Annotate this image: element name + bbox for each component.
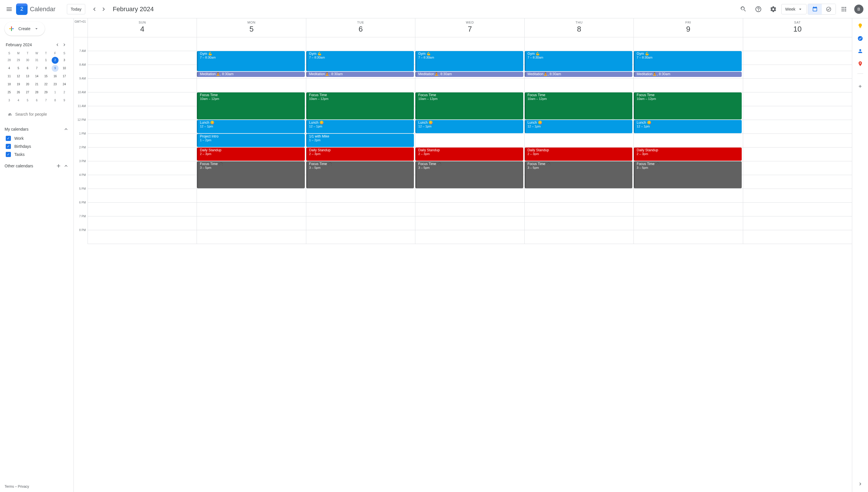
calendar-event[interactable]: Meditation🧘, 8:30am bbox=[634, 72, 741, 77]
calendar-checkbox[interactable] bbox=[6, 152, 11, 157]
mini-day-cell[interactable]: 1 bbox=[43, 57, 49, 64]
calendar-event[interactable]: Focus Time 🎧3 – 5pm bbox=[415, 161, 523, 188]
maps-icon[interactable] bbox=[858, 61, 863, 67]
mini-day-cell[interactable]: 28 bbox=[6, 57, 13, 64]
mini-day-cell[interactable]: 15 bbox=[43, 73, 49, 80]
contacts-icon[interactable] bbox=[858, 48, 863, 54]
mini-day-cell[interactable]: 16 bbox=[52, 73, 58, 80]
calendar-event[interactable]: Daily Standup2 – 3pm bbox=[415, 148, 523, 161]
calendar-event[interactable]: Focus Time 🎧3 – 5pm bbox=[525, 161, 633, 188]
mini-day-cell[interactable]: 24 bbox=[61, 81, 68, 88]
day-column[interactable]: Gym 💪7 – 8:30amMeditation🧘, 8:30amFocus … bbox=[415, 37, 524, 244]
day-column[interactable]: Gym 💪7 – 8:30amMeditation🧘, 8:30amFocus … bbox=[197, 37, 306, 244]
calendar-event[interactable]: Focus Time 🎧3 – 5pm bbox=[634, 161, 741, 188]
calendar-event[interactable]: Meditation🧘, 8:30am bbox=[306, 72, 414, 77]
mini-day-cell[interactable]: 21 bbox=[33, 81, 40, 88]
mini-day-cell[interactable]: 4 bbox=[6, 65, 13, 72]
google-apps-button[interactable] bbox=[837, 2, 851, 16]
calendar-mode-button[interactable] bbox=[808, 4, 822, 14]
day-column[interactable]: Gym 💪7 – 8:30amMeditation🧘, 8:30amFocus … bbox=[634, 37, 743, 244]
mini-day-cell[interactable]: 3 bbox=[6, 97, 13, 104]
day-column[interactable]: Gym 💪7 – 8:30amMeditation🧘, 8:30amFocus … bbox=[524, 37, 634, 244]
mini-day-cell[interactable]: 30 bbox=[24, 57, 31, 64]
calendar-event[interactable]: Focus Time10am – 12pm bbox=[525, 93, 633, 119]
calendar-event[interactable]: Gym 💪7 – 8:30am bbox=[306, 51, 414, 71]
mini-day-cell[interactable]: 19 bbox=[15, 81, 22, 88]
mini-day-cell[interactable]: 7 bbox=[33, 65, 40, 72]
calendar-event[interactable]: Daily Standup2 – 3pm bbox=[197, 148, 304, 161]
mini-day-cell[interactable]: 4 bbox=[15, 97, 22, 104]
mini-day-cell[interactable]: 17 bbox=[61, 73, 68, 80]
keep-icon[interactable] bbox=[858, 23, 863, 29]
calendar-event[interactable]: Gym 💪7 – 8:30am bbox=[634, 51, 741, 71]
calendar-event[interactable]: Lunch 😋12 – 1pm bbox=[634, 120, 741, 133]
mini-day-cell[interactable]: 5 bbox=[15, 65, 22, 72]
support-button[interactable] bbox=[751, 2, 765, 16]
mini-day-cell[interactable]: 5 bbox=[24, 97, 31, 104]
day-column[interactable] bbox=[743, 37, 852, 244]
calendar-event[interactable]: Gym 💪7 – 8:30am bbox=[415, 51, 523, 71]
mini-day-cell[interactable]: 29 bbox=[43, 89, 49, 96]
calendar-event[interactable]: Daily Standup2 – 3pm bbox=[525, 148, 633, 161]
day-header[interactable]: TUE6 bbox=[306, 18, 415, 37]
mini-day-cell[interactable]: 14 bbox=[33, 73, 40, 80]
mini-day-cell[interactable]: 2 bbox=[52, 57, 58, 64]
mini-day-cell[interactable]: 11 bbox=[6, 73, 13, 80]
mini-day-cell[interactable]: 29 bbox=[15, 57, 22, 64]
mini-day-cell[interactable]: 28 bbox=[33, 89, 40, 96]
people-search[interactable] bbox=[5, 109, 69, 119]
other-calendars-toggle[interactable]: Other calendars bbox=[5, 161, 69, 171]
calendar-event[interactable]: Focus Time10am – 12pm bbox=[634, 93, 741, 119]
mini-day-cell[interactable]: 2 bbox=[61, 89, 68, 96]
calendar-event[interactable]: Focus Time 🎧3 – 5pm bbox=[306, 161, 414, 188]
calendar-event[interactable]: Meditation🧘, 8:30am bbox=[415, 72, 523, 77]
main-menu-button[interactable] bbox=[2, 2, 16, 16]
add-other-calendar-button[interactable] bbox=[55, 163, 62, 169]
mini-day-cell[interactable]: 18 bbox=[6, 81, 13, 88]
mini-day-cell[interactable]: 10 bbox=[61, 65, 68, 72]
create-button[interactable]: Create bbox=[5, 22, 45, 35]
day-column[interactable]: Gym 💪7 – 8:30amMeditation🧘, 8:30amFocus … bbox=[306, 37, 415, 244]
mini-day-cell[interactable]: 31 bbox=[33, 57, 40, 64]
tasks-icon[interactable] bbox=[858, 35, 863, 41]
day-header[interactable]: SAT10 bbox=[743, 18, 852, 37]
calendar-event[interactable]: Gym 💪7 – 8:30am bbox=[197, 51, 304, 71]
day-header[interactable]: FRI9 bbox=[634, 18, 743, 37]
calendar-event[interactable]: Daily Standup2 – 3pm bbox=[306, 148, 414, 161]
privacy-link[interactable]: Privacy bbox=[18, 485, 29, 489]
mini-day-cell[interactable]: 13 bbox=[24, 73, 31, 80]
mini-day-cell[interactable]: 8 bbox=[52, 97, 58, 104]
mini-day-cell[interactable]: 8 bbox=[43, 65, 49, 72]
calendar-event[interactable]: Gym 💪7 – 8:30am bbox=[525, 51, 633, 71]
day-header[interactable]: WED7 bbox=[415, 18, 524, 37]
calendar-event[interactable]: Meditation🧘, 8:30am bbox=[197, 72, 304, 77]
calendar-event[interactable]: Lunch 😋12 – 1pm bbox=[415, 120, 523, 133]
get-addons-button[interactable]: + bbox=[854, 81, 866, 92]
today-button[interactable]: Today bbox=[67, 4, 85, 14]
day-header[interactable]: MON5 bbox=[197, 18, 306, 37]
calendar-event[interactable]: 1/1 with Mike1 – 2pm bbox=[306, 134, 414, 147]
hide-side-panel-button[interactable] bbox=[854, 478, 866, 490]
calendar-checkbox[interactable] bbox=[6, 136, 11, 141]
search-button[interactable] bbox=[737, 2, 750, 16]
calendar-checkbox[interactable] bbox=[6, 144, 11, 149]
mini-day-cell[interactable]: 6 bbox=[33, 97, 40, 104]
mini-cal-prev-button[interactable] bbox=[54, 41, 61, 48]
day-column[interactable] bbox=[88, 37, 197, 244]
mini-day-cell[interactable]: 27 bbox=[24, 89, 31, 96]
calendar-event[interactable]: Lunch 😋12 – 1pm bbox=[197, 120, 304, 133]
people-search-input[interactable] bbox=[15, 112, 66, 117]
day-header[interactable]: THU8 bbox=[524, 18, 634, 37]
mini-day-cell[interactable]: 9 bbox=[52, 65, 58, 72]
calendar-event[interactable]: Daily Standup2 – 3pm bbox=[634, 148, 741, 161]
mini-day-cell[interactable]: 6 bbox=[24, 65, 31, 72]
account-avatar[interactable]: B bbox=[854, 5, 863, 14]
mini-day-cell[interactable]: 3 bbox=[61, 57, 68, 64]
mini-day-cell[interactable]: 25 bbox=[6, 89, 13, 96]
mini-day-cell[interactable]: 20 bbox=[24, 81, 31, 88]
mini-cal-next-button[interactable] bbox=[61, 41, 68, 48]
calendar-event[interactable]: Project Intro1 – 2pm bbox=[197, 134, 304, 147]
view-switcher[interactable]: Week bbox=[781, 4, 807, 14]
calendar-list-item[interactable]: Tasks bbox=[5, 150, 69, 158]
mini-day-cell[interactable]: 9 bbox=[61, 97, 68, 104]
